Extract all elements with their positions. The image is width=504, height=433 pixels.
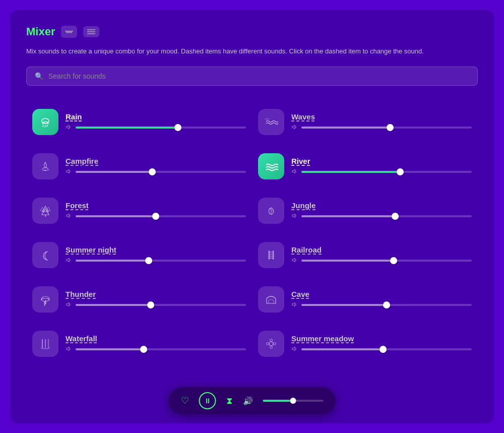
sound-name-campfire[interactable]: Campfire <box>66 157 246 165</box>
volume-slider-rain[interactable] <box>76 127 246 129</box>
sound-item-cave[interactable]: Cave <box>252 277 478 322</box>
pause-button[interactable]: ⏸ <box>199 392 216 409</box>
sound-name-thunder[interactable]: Thunder <box>66 290 246 298</box>
slider-thumb-cave[interactable] <box>383 301 390 308</box>
sound-item-campfire[interactable]: Campfire <box>26 144 252 189</box>
sound-item-jungle[interactable]: Jungle <box>252 189 478 233</box>
sound-name-forest[interactable]: Forest <box>66 201 246 210</box>
search-bar[interactable]: 🔍 <box>26 67 478 86</box>
slider-fill-forest <box>76 215 156 217</box>
sound-controls-summer_meadow <box>291 346 472 353</box>
sound-item-waterfall[interactable]: Waterfall <box>26 322 252 366</box>
slider-fill-river <box>301 171 400 173</box>
waveform-button[interactable] <box>61 26 77 38</box>
favorite-button[interactable]: ♡ <box>181 395 189 406</box>
sound-icon-forest <box>32 198 58 224</box>
sound-controls-rain <box>66 124 246 131</box>
volume-slider-campfire[interactable] <box>76 171 246 173</box>
timer-button[interactable]: ⧗ <box>226 396 233 406</box>
slider-fill-thunder <box>76 304 151 306</box>
volume-slider-summer_night[interactable] <box>76 260 246 262</box>
slider-thumb-waves[interactable] <box>387 124 394 131</box>
sound-name-railroad[interactable]: Railroad <box>291 245 472 254</box>
slider-thumb-rain[interactable] <box>174 124 181 131</box>
player-slider-fill <box>263 400 290 402</box>
volume-slider-waterfall[interactable] <box>76 348 246 350</box>
sound-name-rain[interactable]: Rain <box>66 112 246 121</box>
volume-slider-river[interactable] <box>301 171 472 173</box>
sound-info-forest: Forest <box>66 201 246 220</box>
slider-thumb-thunder[interactable] <box>147 301 154 308</box>
slider-fill-rain <box>76 127 178 129</box>
sound-name-river[interactable]: River <box>291 157 472 165</box>
slider-thumb-railroad[interactable] <box>390 257 397 264</box>
volume-icon-rain <box>66 124 72 131</box>
volume-icon-waterfall <box>66 346 72 353</box>
sound-info-campfire: Campfire <box>66 157 246 175</box>
sound-controls-thunder <box>66 301 246 308</box>
slider-fill-summer_meadow <box>301 348 383 350</box>
volume-icon-forest <box>66 213 72 220</box>
slider-thumb-jungle[interactable] <box>392 213 399 220</box>
sound-icon-railroad <box>258 242 284 268</box>
slider-thumb-summer_night[interactable] <box>145 257 152 264</box>
sound-name-waterfall[interactable]: Waterfall <box>66 334 246 343</box>
menu-button[interactable] <box>83 26 99 37</box>
pause-icon: ⏸ <box>204 397 211 405</box>
sound-name-waves[interactable]: Waves <box>291 112 472 121</box>
sound-icon-campfire <box>32 153 58 179</box>
sound-item-river[interactable]: River <box>252 144 478 189</box>
svg-point-25 <box>267 342 269 345</box>
sound-name-jungle[interactable]: Jungle <box>291 201 472 210</box>
header: Mixer <box>26 25 478 38</box>
sound-item-forest[interactable]: Forest <box>26 189 252 233</box>
slider-thumb-campfire[interactable] <box>149 168 156 175</box>
slider-thumb-forest[interactable] <box>152 213 159 220</box>
sound-item-thunder[interactable]: Thunder <box>26 277 252 322</box>
timer-icon: ⧗ <box>226 396 233 406</box>
sound-info-jungle: Jungle <box>291 201 472 220</box>
sound-icon-summer_meadow <box>258 331 284 357</box>
volume-icon-thunder <box>66 301 72 308</box>
sound-item-waves[interactable]: Waves <box>252 100 478 144</box>
sound-info-summer_meadow: Summer meadow <box>291 334 472 353</box>
slider-thumb-river[interactable] <box>397 168 404 175</box>
subtitle-text: Mix sounds to create a unique combo for … <box>26 46 478 56</box>
player-slider-thumb[interactable] <box>290 398 296 404</box>
volume-slider-cave[interactable] <box>301 304 472 306</box>
sound-name-cave[interactable]: Cave <box>291 290 472 298</box>
sound-icon-cave <box>258 286 284 313</box>
sound-name-summer_night[interactable]: Summer night <box>66 245 246 254</box>
sound-info-railroad: Railroad <box>291 245 472 264</box>
slider-thumb-summer_meadow[interactable] <box>380 346 387 353</box>
sound-icon-waterfall <box>32 331 58 357</box>
svg-point-22 <box>269 342 273 346</box>
slider-fill-campfire <box>76 171 152 173</box>
heart-icon: ♡ <box>181 395 189 406</box>
volume-icon-campfire <box>66 168 72 175</box>
sound-item-summer_meadow[interactable]: Summer meadow <box>252 322 478 366</box>
volume-slider-summer_meadow[interactable] <box>301 348 472 350</box>
volume-slider-jungle[interactable] <box>301 215 472 217</box>
svg-line-6 <box>47 125 47 127</box>
slider-fill-waterfall <box>76 348 144 350</box>
search-icon: 🔍 <box>35 72 43 80</box>
svg-point-26 <box>274 342 276 345</box>
sound-item-summer_night[interactable]: Summer night <box>26 233 252 277</box>
volume-slider-forest[interactable] <box>76 215 246 217</box>
volume-slider-waves[interactable] <box>301 127 472 129</box>
menu-icon <box>87 29 95 35</box>
search-input[interactable] <box>48 72 469 80</box>
sound-info-waterfall: Waterfall <box>66 334 246 353</box>
sound-item-railroad[interactable]: Railroad <box>252 233 478 277</box>
volume-icon-waves <box>291 124 297 131</box>
sound-item-rain[interactable]: Rain <box>26 100 252 144</box>
volume-slider-railroad[interactable] <box>301 260 472 262</box>
player-volume-slider[interactable] <box>263 400 324 402</box>
svg-line-5 <box>45 126 45 127</box>
sound-name-summer_meadow[interactable]: Summer meadow <box>291 334 472 343</box>
svg-line-4 <box>43 125 43 127</box>
volume-slider-thunder[interactable] <box>76 304 246 306</box>
sound-controls-waterfall <box>66 346 246 353</box>
slider-thumb-waterfall[interactable] <box>140 346 147 353</box>
